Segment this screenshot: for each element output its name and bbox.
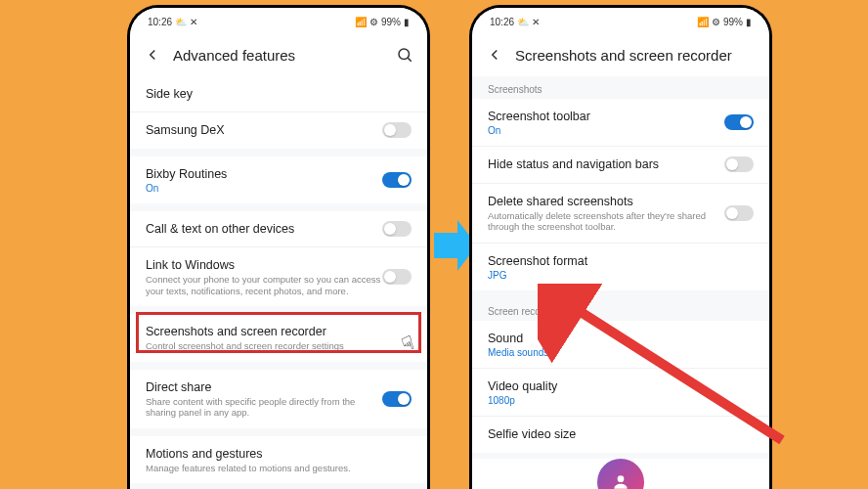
item-sound[interactable]: SoundMedia sounds xyxy=(472,321,769,368)
svg-line-1 xyxy=(408,58,411,61)
item-screenshot-format[interactable]: Screenshot formatJPG xyxy=(472,243,769,290)
header-left: Advanced features xyxy=(130,33,427,76)
settings-list-right: Screenshots Screenshot toolbarOn Hide st… xyxy=(472,76,769,489)
item-screenshots-recorder[interactable]: Screenshots and screen recorderControl s… xyxy=(130,314,427,362)
header-right: Screenshots and screen recorder xyxy=(472,33,769,76)
section-screenshots: Screenshots xyxy=(472,76,769,99)
avatar-preview xyxy=(597,459,644,489)
toggle-call-text[interactable] xyxy=(382,221,412,237)
section-recorder: Screen recorder xyxy=(472,298,769,321)
statusbar: 10:26⛅ ✕ 📶 ⚙ 99%▮ xyxy=(130,8,427,33)
status-time: 10:26 xyxy=(490,17,514,27)
item-direct-share[interactable]: Direct shareShare content with specific … xyxy=(130,370,427,428)
item-delete-shared[interactable]: Delete shared screenshotsAutomatically d… xyxy=(472,183,769,243)
item-video-quality[interactable]: Video quality1080p xyxy=(472,368,769,416)
item-hide-bars[interactable]: Hide status and navigation bars xyxy=(472,146,769,182)
back-icon[interactable] xyxy=(486,46,503,64)
status-time: 10:26 xyxy=(148,17,172,27)
search-icon[interactable] xyxy=(396,46,413,64)
screen-left: 10:26⛅ ✕ 📶 ⚙ 99%▮ Advanced features Side… xyxy=(130,8,427,489)
item-screenshot-toolbar[interactable]: Screenshot toolbarOn xyxy=(472,99,769,146)
toggle-hide-bars[interactable] xyxy=(724,156,754,172)
item-link-windows[interactable]: Link to WindowsConnect your phone to you… xyxy=(130,246,427,306)
item-samsung-dex[interactable]: Samsung DeX xyxy=(130,111,427,148)
item-call-text[interactable]: Call & text on other devices xyxy=(130,211,427,246)
page-title: Screenshots and screen recorder xyxy=(515,47,756,64)
status-battery: 99% xyxy=(381,17,401,27)
item-motions-gestures[interactable]: Motions and gesturesManage features rela… xyxy=(130,436,427,484)
item-side-key[interactable]: Side key xyxy=(130,76,427,111)
page-title: Advanced features xyxy=(173,47,384,64)
toggle-bixby[interactable] xyxy=(382,172,412,188)
item-selfie-size[interactable]: Selfie video size xyxy=(472,416,769,452)
svg-point-0 xyxy=(399,49,410,60)
phone-mockup-left: 10:26⛅ ✕ 📶 ⚙ 99%▮ Advanced features Side… xyxy=(127,5,430,489)
toggle-direct-share[interactable] xyxy=(382,391,412,407)
screen-right: 10:26⛅ ✕ 📶 ⚙ 99%▮ Screenshots and screen… xyxy=(472,8,769,489)
settings-list-left: Side key Samsung DeX Bixby RoutinesOn Ca… xyxy=(130,76,427,489)
toggle-link-windows[interactable] xyxy=(382,269,412,285)
svg-point-6 xyxy=(618,475,625,482)
toggle-samsung-dex[interactable] xyxy=(382,122,412,138)
toggle-screenshot-toolbar[interactable] xyxy=(724,114,754,130)
phone-mockup-right: 10:26⛅ ✕ 📶 ⚙ 99%▮ Screenshots and screen… xyxy=(469,5,772,489)
statusbar: 10:26⛅ ✕ 📶 ⚙ 99%▮ xyxy=(472,8,769,33)
status-battery: 99% xyxy=(723,17,743,27)
back-icon[interactable] xyxy=(144,46,161,64)
toggle-delete-shared[interactable] xyxy=(724,205,754,221)
item-bixby-routines[interactable]: Bixby RoutinesOn xyxy=(130,156,427,203)
